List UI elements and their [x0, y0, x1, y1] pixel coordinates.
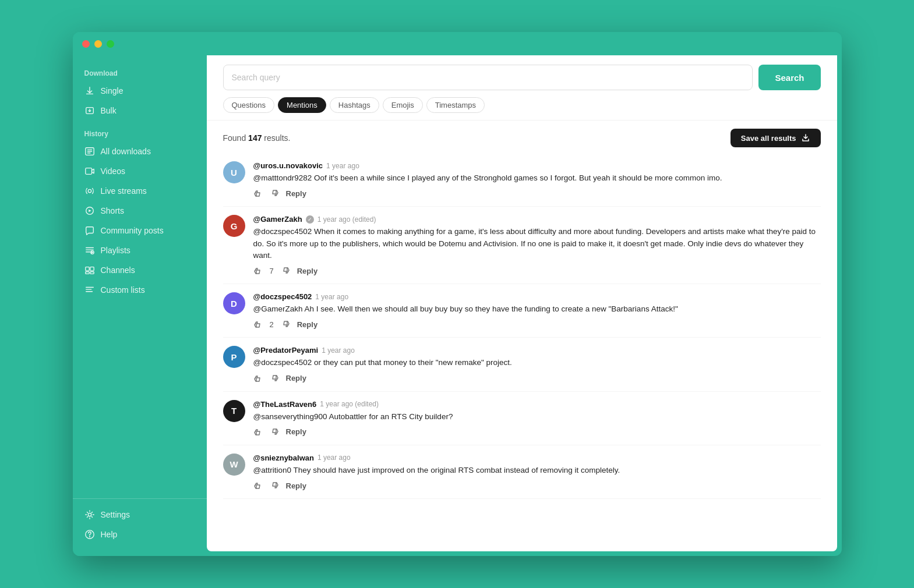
help-icon — [84, 529, 95, 540]
comment-text: @doczspec4502 When it comes to making an… — [253, 226, 821, 261]
sidebar-item-videos-label: Videos — [101, 167, 126, 176]
sidebar-item-shorts[interactable]: Shorts — [73, 201, 207, 221]
settings-icon — [84, 509, 95, 520]
sidebar-item-all-downloads-label: All downloads — [101, 147, 151, 156]
reply-button[interactable]: Reply — [286, 374, 306, 382]
comment-actions: Reply — [253, 427, 821, 437]
comment-item: W@snieznybalwan1 year ago@attrition0 The… — [223, 445, 821, 499]
dislike-button[interactable] — [281, 320, 290, 329]
sidebar-item-channels-label: Channels — [101, 265, 135, 275]
save-icon — [801, 133, 810, 143]
dislike-button[interactable] — [270, 189, 279, 198]
sidebar-item-single-label: Single — [101, 86, 123, 95]
like-button[interactable] — [253, 320, 263, 329]
sidebar-item-community-posts-label: Community posts — [101, 226, 164, 235]
like-button[interactable] — [253, 266, 263, 275]
reply-button[interactable]: Reply — [297, 320, 317, 329]
comment-meta: @GamerZakh✓1 year ago (edited) — [253, 215, 821, 224]
filter-mentions[interactable]: Mentions — [278, 97, 326, 113]
dislike-button[interactable] — [270, 374, 279, 383]
sidebar-item-live-streams-label: Live streams — [101, 186, 147, 196]
channels-icon — [84, 265, 95, 275]
comment-meta: @uros.u.novakovic1 year ago — [253, 161, 821, 170]
comments-list: U@uros.u.novakovic1 year ago@matttondr92… — [207, 153, 837, 551]
like-button[interactable] — [253, 481, 263, 490]
videos-icon — [84, 166, 95, 176]
avatar: T — [223, 400, 245, 422]
results-count: Found 147 results. — [223, 133, 291, 143]
dislike-button[interactable] — [281, 266, 290, 275]
reply-button[interactable]: Reply — [286, 189, 306, 198]
avatar: W — [223, 454, 245, 476]
comment-author: @GamerZakh — [253, 215, 302, 224]
live-streams-icon — [84, 186, 95, 196]
filter-timestamps[interactable]: Timestamps — [426, 97, 485, 113]
like-button[interactable] — [253, 427, 263, 437]
results-label-suffix: results. — [262, 133, 290, 143]
sidebar-item-shorts-label: Shorts — [101, 206, 124, 215]
comment-body: @doczspec45021 year ago@GamerZakh Ah I s… — [253, 292, 821, 329]
reply-button[interactable]: Reply — [286, 481, 306, 490]
download-single-icon — [84, 86, 95, 96]
sidebar-item-videos[interactable]: Videos — [73, 161, 207, 181]
sidebar: Download Single Bulk History — [73, 32, 207, 556]
sidebar-item-bulk[interactable]: Bulk — [73, 101, 207, 121]
comment-time: 1 year ago (edited) — [320, 400, 379, 408]
comment-actions: Reply — [253, 189, 821, 198]
sidebar-item-help-label: Help — [101, 530, 118, 539]
results-label-prefix: Found — [223, 133, 249, 143]
comment-author: @uros.u.novakovic — [253, 161, 323, 170]
sidebar-item-settings[interactable]: Settings — [73, 505, 207, 525]
sidebar-item-custom-lists[interactable]: Custom lists — [73, 280, 207, 300]
svg-point-10 — [88, 513, 91, 516]
svg-point-3 — [88, 189, 91, 192]
custom-lists-icon — [84, 285, 95, 295]
svg-rect-7 — [90, 267, 93, 271]
comment-actions: Reply — [253, 481, 821, 490]
comment-text: @GamerZakh Ah I see. Well then we should… — [253, 303, 821, 315]
maximize-button[interactable] — [107, 40, 114, 48]
shorts-icon — [84, 206, 95, 216]
sidebar-item-playlists-label: Playlists — [101, 246, 130, 255]
search-button[interactable]: Search — [758, 65, 820, 90]
filter-questions[interactable]: Questions — [223, 97, 275, 113]
comment-time: 1 year ago — [317, 454, 351, 462]
filter-emojis[interactable]: Emojis — [383, 97, 423, 113]
filter-hashtags[interactable]: Hashtags — [330, 97, 379, 113]
like-count: 2 — [270, 320, 274, 329]
sidebar-item-all-downloads[interactable]: All downloads — [73, 141, 207, 161]
comment-body: @TheLastRaven61 year ago (edited)@sansev… — [253, 400, 821, 437]
sidebar-item-live-streams[interactable]: Live streams — [73, 181, 207, 201]
results-number: 147 — [248, 133, 262, 143]
like-button[interactable] — [253, 189, 263, 198]
svg-point-12 — [89, 537, 90, 537]
sidebar-bottom: Settings Help — [73, 498, 207, 544]
sidebar-item-single[interactable]: Single — [73, 81, 207, 101]
comment-time: 1 year ago — [326, 162, 359, 170]
like-button[interactable] — [253, 374, 263, 383]
svg-rect-9 — [90, 272, 93, 274]
comment-body: @GamerZakh✓1 year ago (edited)@doczspec4… — [253, 215, 821, 275]
comment-author: @snieznybalwan — [253, 454, 314, 462]
dislike-button[interactable] — [270, 481, 279, 490]
playlists-icon — [84, 245, 95, 256]
app-window: Download Single Bulk History — [73, 32, 842, 556]
sidebar-item-playlists[interactable]: Playlists — [73, 240, 207, 260]
minimize-button[interactable] — [94, 40, 102, 48]
sidebar-item-help[interactable]: Help — [73, 525, 207, 544]
reply-button[interactable]: Reply — [297, 267, 317, 275]
sidebar-item-community-posts[interactable]: Community posts — [73, 221, 207, 240]
close-button[interactable] — [82, 40, 90, 48]
sidebar-item-channels[interactable]: Channels — [73, 260, 207, 280]
save-all-label: Save all results — [741, 134, 796, 143]
save-all-results-button[interactable]: Save all results — [731, 129, 821, 147]
dislike-button[interactable] — [270, 427, 279, 437]
sidebar-item-custom-lists-label: Custom lists — [101, 285, 145, 295]
svg-rect-8 — [85, 272, 89, 274]
reply-button[interactable]: Reply — [286, 427, 306, 436]
comment-item: T@TheLastRaven61 year ago (edited)@sanse… — [223, 392, 821, 445]
comment-meta: @PredatorPeyami1 year ago — [253, 346, 821, 355]
comment-item: D@doczspec45021 year ago@GamerZakh Ah I … — [223, 284, 821, 338]
search-input[interactable] — [223, 65, 753, 90]
comment-author: @doczspec4502 — [253, 292, 312, 301]
